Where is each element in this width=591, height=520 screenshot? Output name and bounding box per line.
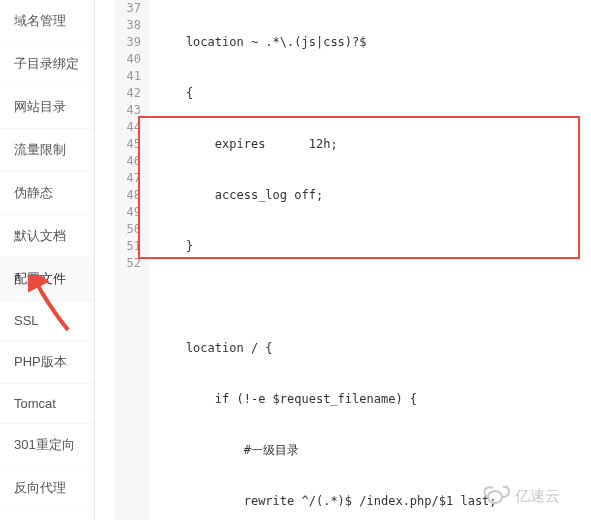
line-number: 41 bbox=[115, 68, 141, 85]
code-line: access_log off; bbox=[157, 187, 575, 204]
code-line: #一级目录 bbox=[157, 442, 575, 459]
sidebar-item-label: 域名管理 bbox=[14, 13, 66, 28]
line-number: 37 bbox=[115, 0, 141, 17]
line-number: 52 bbox=[115, 255, 141, 272]
sidebar-item-label: 流量限制 bbox=[14, 142, 66, 157]
line-number: 49 bbox=[115, 204, 141, 221]
code-line: expires 12h; bbox=[157, 136, 575, 153]
code-line: location ~ .*\.(js|css)?$ bbox=[157, 34, 575, 51]
code-line bbox=[157, 289, 575, 306]
line-gutter: 37 38 39 40 41 42 43 44 45 46 47 48 49 5… bbox=[115, 0, 149, 520]
sidebar-item-label: PHP版本 bbox=[14, 354, 67, 369]
sidebar-item-rewrite[interactable]: 伪静态 bbox=[0, 172, 94, 215]
sidebar-item-label: 子目录绑定 bbox=[14, 56, 79, 71]
line-number: 48 bbox=[115, 187, 141, 204]
watermark-text: 亿速云 bbox=[514, 488, 560, 504]
line-number: 39 bbox=[115, 34, 141, 51]
sidebar-item-tomcat[interactable]: Tomcat bbox=[0, 384, 94, 424]
sidebar-item-defaultdoc[interactable]: 默认文档 bbox=[0, 215, 94, 258]
code-line: { bbox=[157, 85, 575, 102]
sidebar-item-config[interactable]: 配置文件 bbox=[0, 258, 94, 301]
sidebar-item-301[interactable]: 301重定向 bbox=[0, 424, 94, 467]
line-number: 50 bbox=[115, 221, 141, 238]
sidebar-item-php[interactable]: PHP版本 bbox=[0, 341, 94, 384]
sidebar-item-label: 默认文档 bbox=[14, 228, 66, 243]
code-line: } bbox=[157, 238, 575, 255]
sidebar-item-label: 反向代理 bbox=[14, 480, 66, 495]
sidebar-item-label: 配置文件 bbox=[14, 271, 66, 286]
line-number: 46 bbox=[115, 153, 141, 170]
line-number: 51 bbox=[115, 238, 141, 255]
line-number: 40 bbox=[115, 51, 141, 68]
sidebar-item-ssl[interactable]: SSL bbox=[0, 301, 94, 341]
sidebar-item-subdir[interactable]: 子目录绑定 bbox=[0, 43, 94, 86]
sidebar-item-label: SSL bbox=[14, 313, 39, 328]
main-panel: 37 38 39 40 41 42 43 44 45 46 47 48 49 5… bbox=[95, 0, 591, 520]
code-editor[interactable]: 37 38 39 40 41 42 43 44 45 46 47 48 49 5… bbox=[115, 0, 575, 520]
sidebar-item-label: 301重定向 bbox=[14, 437, 75, 452]
code-body[interactable]: location ~ .*\.(js|css)?$ { expires 12h;… bbox=[149, 0, 575, 520]
sidebar-item-domain[interactable]: 域名管理 bbox=[0, 0, 94, 43]
code-line: if (!-e $request_filename) { bbox=[157, 391, 575, 408]
sidebar-item-antileech[interactable]: 防盗链 bbox=[0, 510, 94, 520]
code-line: location / { bbox=[157, 340, 575, 357]
line-number: 42 bbox=[115, 85, 141, 102]
sidebar-item-label: 网站目录 bbox=[14, 99, 66, 114]
line-number: 47 bbox=[115, 170, 141, 187]
line-number: 43 bbox=[115, 102, 141, 119]
line-number: 38 bbox=[115, 17, 141, 34]
sidebar-item-label: Tomcat bbox=[14, 396, 56, 411]
sidebar-item-traffic[interactable]: 流量限制 bbox=[0, 129, 94, 172]
sidebar-item-label: 伪静态 bbox=[14, 185, 53, 200]
sidebar-item-proxy[interactable]: 反向代理 bbox=[0, 467, 94, 510]
svg-point-0 bbox=[488, 491, 502, 503]
line-number: 44 bbox=[115, 119, 141, 136]
watermark: 亿速云 bbox=[481, 481, 581, 512]
sidebar-item-sitedir[interactable]: 网站目录 bbox=[0, 86, 94, 129]
sidebar: 域名管理 子目录绑定 网站目录 流量限制 伪静态 默认文档 配置文件 SSL P… bbox=[0, 0, 95, 520]
line-number: 45 bbox=[115, 136, 141, 153]
